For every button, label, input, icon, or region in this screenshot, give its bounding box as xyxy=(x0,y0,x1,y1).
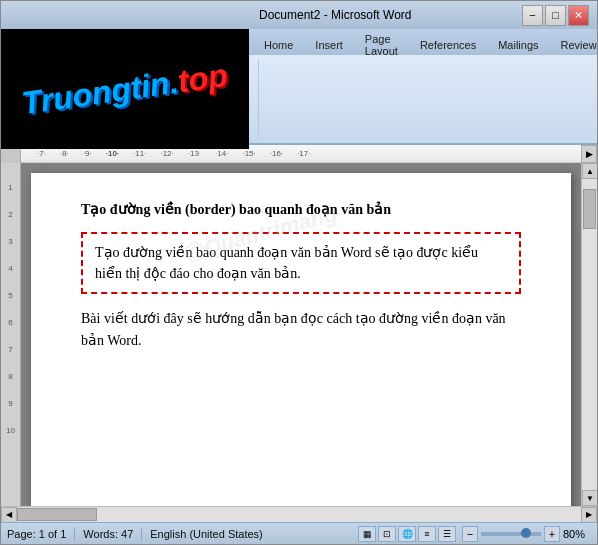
status-bar: Page: 1 of 1 Words: 47 English (United S… xyxy=(1,522,597,544)
document-scroll[interactable]: @Quantrimang Tạo đường viền (border) bao… xyxy=(21,163,581,506)
tab-insert[interactable]: Insert xyxy=(304,33,354,55)
document-area: 12345678910 @Quantrimang Tạo đường viền … xyxy=(1,163,597,506)
brand-overlay: Truongtin.top xyxy=(1,29,249,149)
h-scrollbar-track[interactable] xyxy=(17,507,581,522)
page-info: Page: 1 of 1 xyxy=(7,528,66,540)
main-window: Truongtin.top Document2 - Microsoft Word… xyxy=(0,0,598,545)
vertical-ruler: 12345678910 xyxy=(1,163,21,506)
word-count: Words: 47 xyxy=(83,528,133,540)
document-page: @Quantrimang Tạo đường viền (border) bao… xyxy=(31,173,571,506)
tab-mailings[interactable]: Mailings xyxy=(487,33,549,55)
web-layout-button[interactable]: 🌐 xyxy=(398,526,416,542)
tab-page-layout[interactable]: Page Layout xyxy=(354,33,409,55)
scrollbar-track[interactable] xyxy=(582,179,597,490)
language: English (United States) xyxy=(150,528,263,540)
zoom-level: 80% xyxy=(563,528,591,540)
scroll-down-button[interactable]: ▼ xyxy=(582,490,597,506)
zoom-slider[interactable] xyxy=(481,532,541,536)
tab-references[interactable]: References xyxy=(409,33,487,55)
scroll-right-button[interactable]: ▶ xyxy=(581,507,597,523)
ruler-right-btn[interactable]: ▶ xyxy=(581,145,597,163)
close-button[interactable]: ✕ xyxy=(568,5,589,26)
view-mode-buttons: ▦ ⊡ 🌐 ≡ ☰ xyxy=(358,526,456,542)
vertical-scrollbar: ▲ ▼ xyxy=(581,163,597,506)
horizontal-scrollbar: ◀ ▶ xyxy=(1,506,597,522)
title-bar: Document2 - Microsoft Word − □ ✕ xyxy=(1,1,597,29)
tab-home[interactable]: Home xyxy=(253,33,304,55)
regular-paragraph: Bài viết dưới đây sẽ hướng dẫn bạn đọc c… xyxy=(81,308,521,353)
h-scrollbar-thumb[interactable] xyxy=(17,508,97,521)
scrollbar-thumb[interactable] xyxy=(583,189,596,229)
brand-tld: top xyxy=(176,56,230,99)
status-right-controls: ▦ ⊡ 🌐 ≡ ☰ − + 80% xyxy=(358,526,591,542)
bordered-paragraph-text: Tạo đường viền bao quanh đoạn văn bản Wo… xyxy=(95,245,478,281)
print-layout-button[interactable]: ▦ xyxy=(358,526,376,542)
bordered-paragraph: Tạo đường viền bao quanh đoạn văn bản Wo… xyxy=(81,232,521,294)
scroll-up-button[interactable]: ▲ xyxy=(582,163,597,179)
tab-review[interactable]: Review xyxy=(550,33,598,55)
zoom-in-button[interactable]: + xyxy=(544,526,560,542)
status-sep-1 xyxy=(74,527,75,541)
minimize-button[interactable]: − xyxy=(522,5,543,26)
draft-button[interactable]: ☰ xyxy=(438,526,456,542)
document-heading: Tạo đường viền (border) bao quanh đoạn v… xyxy=(81,201,521,218)
status-sep-2 xyxy=(141,527,142,541)
full-screen-button[interactable]: ⊡ xyxy=(378,526,396,542)
zoom-slider-thumb[interactable] xyxy=(521,528,531,538)
zoom-controls: − + 80% xyxy=(462,526,591,542)
brand-name: Truongtin. xyxy=(20,63,181,121)
window-controls: − □ ✕ xyxy=(522,5,589,26)
regular-paragraph-text: Bài viết dưới đây sẽ hướng dẫn bạn đọc c… xyxy=(81,311,506,348)
scroll-left-button[interactable]: ◀ xyxy=(1,507,17,523)
restore-button[interactable]: □ xyxy=(545,5,566,26)
zoom-out-button[interactable]: − xyxy=(462,526,478,542)
outline-button[interactable]: ≡ xyxy=(418,526,436,542)
window-title: Document2 - Microsoft Word xyxy=(259,8,412,22)
